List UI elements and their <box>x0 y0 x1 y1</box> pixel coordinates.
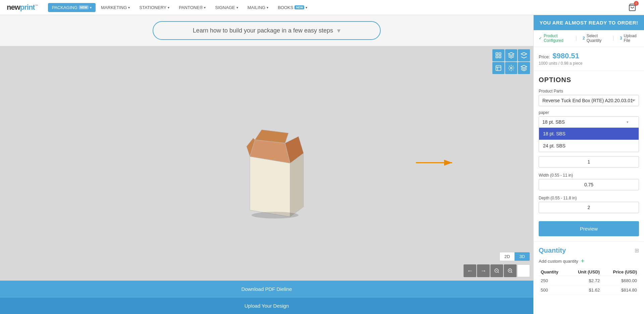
depth-group: Depth (0.55 - 11.8 in) <box>539 196 639 214</box>
nav-item-books[interactable]: BOOKS NEW ▾ <box>274 3 311 12</box>
quantity-header: Quantity ⊞ <box>539 247 639 254</box>
nav-item-signage[interactable]: SIGNAGE ▾ <box>211 3 242 12</box>
preview-button[interactable]: Preview <box>539 221 639 236</box>
step-1: ✓ Product Configured <box>539 34 570 43</box>
nav-item-packaging[interactable]: PACKAGING NEW ▾ <box>48 3 96 12</box>
zoom-out-button[interactable] <box>490 264 503 277</box>
cart-icon[interactable]: 0 <box>627 2 637 12</box>
view-btn-6[interactable] <box>518 62 530 74</box>
prev-button[interactable]: ← <box>464 264 476 277</box>
product-parts-select[interactable]: Reverse Tuck End Box (RTE) A20.20.03.01 <box>539 95 639 106</box>
step-1-check: ✓ <box>539 36 542 41</box>
quantity-grid-icon[interactable]: ⊞ <box>635 247 639 254</box>
view-mode-toggle: 2D 3D <box>499 252 530 261</box>
qty-row-1[interactable]: 500 $1.62 $814.80 <box>539 286 639 295</box>
quantity-section: Quantity ⊞ Add custom quantity + Quantit… <box>534 241 644 300</box>
mode-2d-button[interactable]: 2D <box>500 252 515 261</box>
viewer-bottom-controls: ← → <box>464 264 530 277</box>
height-input[interactable] <box>539 156 639 168</box>
reset-view-button[interactable] <box>517 264 530 277</box>
depth-label: Depth (0.55 - 11.8 in) <box>539 196 639 200</box>
width-input[interactable] <box>539 179 639 190</box>
svg-marker-1 <box>250 156 290 217</box>
upload-design-button[interactable]: Upload Your Design <box>0 297 533 314</box>
depth-input[interactable] <box>539 202 639 213</box>
unit-col-header: Unit (USD) <box>568 268 602 276</box>
nav-packaging-badge: NEW <box>79 5 89 9</box>
add-custom-plus-icon[interactable]: + <box>581 258 585 265</box>
unit-cell-0: $2.72 <box>568 276 602 286</box>
quantity-table: Quantity Unit (USD) Price (USD) 250 $2.7… <box>539 268 639 295</box>
logo[interactable]: newprint™ <box>7 3 38 12</box>
paper-dropdown: 18 pt. SBS ▾ 18 pt. SBS 24 pt. SBS <box>539 116 639 152</box>
arrow-annotation <box>416 158 456 169</box>
navbar: newprint™ PACKAGING NEW ▾ MARKETING ▾ ST… <box>0 0 644 15</box>
qty-row-0[interactable]: 250 $2.72 $680.00 <box>539 276 639 286</box>
nav-books-chevron: ▾ <box>306 6 307 9</box>
svg-rect-10 <box>496 53 498 55</box>
zoom-in-button[interactable] <box>504 264 517 277</box>
nav-signage-chevron: ▾ <box>236 6 238 9</box>
paper-option-18pt[interactable]: 18 pt. SBS <box>539 128 639 140</box>
view-btn-5[interactable] <box>505 62 517 74</box>
step-1-label: Product Configured <box>544 34 570 43</box>
svg-line-20 <box>511 272 512 273</box>
svg-rect-12 <box>496 56 498 58</box>
steps-chevron-icon: ▾ <box>337 26 340 35</box>
nav-pantone-chevron: ▾ <box>204 6 206 9</box>
nav-marketing-chevron: ▾ <box>128 6 130 9</box>
nav-pantone-label: PANTONE® <box>179 5 203 10</box>
product-parts-label: Product Parts <box>539 89 639 93</box>
almost-ready-banner: YOU ARE ALMOST READY TO ORDER! <box>534 15 644 30</box>
step-3-label: Upload File <box>624 34 639 43</box>
height-group <box>539 156 639 169</box>
logo-new: new <box>7 3 20 11</box>
paper-dropdown-trigger[interactable]: 18 pt. SBS ▾ <box>539 117 639 128</box>
step-2: 2 Select Quantity <box>583 34 607 43</box>
view-btn-1[interactable] <box>492 49 504 61</box>
left-content: Learn how to build your package in a few… <box>0 15 533 314</box>
svg-line-17 <box>498 272 499 273</box>
nav-mailing-label: MAILING <box>248 5 265 10</box>
nav-item-stationery[interactable]: STATIONERY ▾ <box>135 3 173 12</box>
step-2-num: 2 <box>583 36 585 41</box>
width-label: Width (0.55 - 11 in) <box>539 173 639 178</box>
logo-print: print <box>20 3 35 11</box>
next-button[interactable]: → <box>477 264 490 277</box>
logo-tm: ™ <box>35 4 38 8</box>
add-custom-qty: Add custom quantity + <box>539 258 639 265</box>
unit-cell-1: $1.62 <box>568 286 602 295</box>
nav-signage-label: SIGNAGE <box>215 5 235 10</box>
steps-banner: Learn how to build your package in a few… <box>0 15 533 46</box>
download-pdf-button[interactable]: Download PDF Dieline <box>0 280 533 297</box>
bottom-actions: Download PDF Dieline Upload Your Design <box>0 280 533 314</box>
view-btn-4[interactable] <box>492 62 504 74</box>
options-section: OPTIONS Product Parts Reverse Tuck End B… <box>534 71 644 241</box>
view-btn-3[interactable] <box>518 49 530 61</box>
qty-col-header: Quantity <box>539 268 568 276</box>
mode-3d-button[interactable]: 3D <box>515 252 530 261</box>
nav-item-mailing[interactable]: MAILING ▾ <box>244 3 272 12</box>
nav-item-marketing[interactable]: MARKETING ▾ <box>97 3 134 12</box>
product-parts-group: Product Parts Reverse Tuck End Box (RTE)… <box>539 89 639 106</box>
paper-group: paper 18 pt. SBS ▾ 18 pt. SBS 24 pt. SBS <box>539 110 639 152</box>
steps-button-label: Learn how to build your package in a few… <box>193 27 333 34</box>
width-group: Width (0.55 - 11 in) <box>539 173 639 192</box>
steps-indicator: ✓ Product Configured │ 2 Select Quantity… <box>534 30 644 47</box>
nav-item-pantone[interactable]: PANTONE® ▾ <box>175 3 210 12</box>
svg-point-15 <box>511 67 512 69</box>
paper-option-24pt[interactable]: 24 pt. SBS <box>539 140 639 152</box>
svg-point-7 <box>252 212 299 218</box>
view-btn-2[interactable] <box>505 49 517 61</box>
step-3: 3 Upload File <box>620 34 639 43</box>
steps-button[interactable]: Learn how to build your package in a few… <box>153 21 381 40</box>
svg-rect-14 <box>496 66 501 71</box>
paper-label: paper <box>539 110 639 115</box>
quantity-title: Quantity <box>539 247 566 254</box>
step-divider-1: │ <box>575 36 578 41</box>
price-detail: 1000 units / 0.98 a piece <box>539 61 639 66</box>
paper-dropdown-chevron: ▾ <box>627 120 629 124</box>
nav-packaging-chevron: ▾ <box>90 6 92 9</box>
nav-mailing-chevron: ▾ <box>267 6 268 9</box>
price-value: $980.51 <box>552 52 579 60</box>
